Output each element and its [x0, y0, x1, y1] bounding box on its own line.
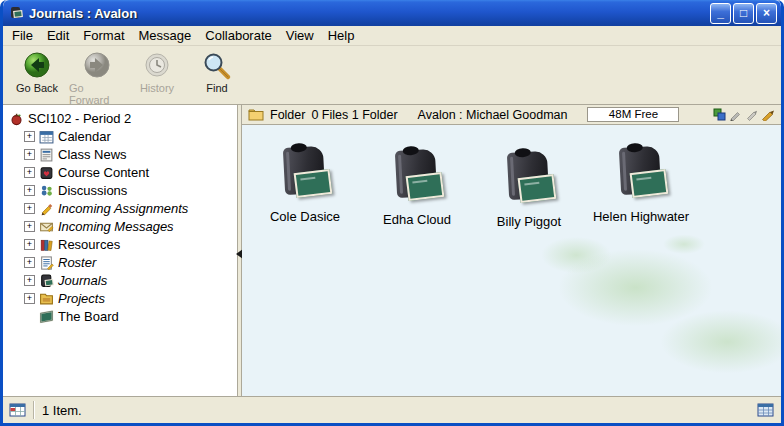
messages-icon: [39, 219, 54, 234]
history-button: History: [129, 49, 185, 94]
journal-item-cole-dasice[interactable]: Cole Dasice: [252, 145, 358, 224]
brush-gold-icon[interactable]: [761, 108, 775, 121]
expand-plus-icon[interactable]: +: [24, 131, 35, 142]
tree-item-label: Roster: [58, 255, 96, 270]
free-space-indicator: 48M Free: [587, 107, 679, 122]
status-bar: 1 Item.: [3, 396, 781, 423]
expand-plus-icon[interactable]: +: [24, 167, 35, 178]
tree-item-resources[interactable]: + Resources: [3, 235, 237, 253]
tree-item-journals[interactable]: + Journals: [3, 271, 237, 289]
expand-plus-icon[interactable]: +: [24, 257, 35, 268]
menu-edit[interactable]: Edit: [40, 26, 76, 45]
tree-item-label: Class News: [58, 147, 127, 162]
go-forward-button: Go Forward: [69, 49, 125, 106]
news-icon: [39, 147, 54, 162]
history-icon: [142, 51, 172, 81]
projects-icon: [39, 291, 54, 306]
journal-item-label: Cole Dasice: [270, 209, 340, 224]
expand-plus-icon[interactable]: +: [24, 185, 35, 196]
journal-item-billy-piggot[interactable]: Billy Piggot: [476, 150, 582, 229]
status-divider: [33, 401, 34, 419]
menu-message[interactable]: Message: [132, 26, 199, 45]
tree-item-label: Course Content: [58, 165, 149, 180]
class-tree: SCI102 - Period 2 + Calendar +: [3, 105, 237, 396]
expand-plus-icon[interactable]: +: [24, 239, 35, 250]
minimize-button[interactable]: _: [710, 3, 731, 24]
tree-item-course-content[interactable]: + Course Content: [3, 163, 237, 181]
tree-item-class-news[interactable]: + Class News: [3, 145, 237, 163]
tree-item-label: Journals: [58, 273, 107, 288]
find-button[interactable]: Find: [189, 49, 245, 94]
journal-item-helen-highwater[interactable]: Helen Highwater: [588, 145, 694, 224]
board-icon: [39, 309, 54, 324]
tree-item-calendar[interactable]: + Calendar: [3, 127, 237, 145]
journal-book-icon: [609, 145, 673, 203]
discussions-icon: [39, 183, 54, 198]
tree-item-projects[interactable]: + Projects: [3, 289, 237, 307]
folder-icon: [248, 108, 264, 121]
title-bar: Journals : Avalon _ □ ×: [3, 0, 781, 26]
mini-table-icon[interactable]: [9, 402, 27, 418]
layers-icon[interactable]: [713, 108, 726, 121]
course-content-icon: [39, 165, 54, 180]
grid-view-icon[interactable]: [757, 402, 775, 418]
go-forward-label: Go Forward: [69, 82, 125, 106]
tree-item-roster[interactable]: + Roster: [3, 253, 237, 271]
assignments-icon: [39, 201, 54, 216]
menu-view[interactable]: View: [279, 26, 321, 45]
expand-plus-icon[interactable]: +: [24, 149, 35, 160]
tree-item-discussions[interactable]: + Discussions: [3, 181, 237, 199]
menu-help[interactable]: Help: [321, 26, 362, 45]
close-button[interactable]: ×: [756, 3, 777, 24]
expand-plus-icon[interactable]: +: [24, 221, 35, 232]
tree-root-label: SCI102 - Period 2: [28, 111, 131, 126]
go-back-label: Go Back: [16, 82, 58, 94]
go-back-icon: [22, 51, 52, 81]
find-icon: [202, 51, 232, 81]
find-label: Find: [206, 82, 227, 94]
roster-icon: [39, 255, 54, 270]
history-label: History: [140, 82, 174, 94]
journal-item-edha-cloud[interactable]: Edha Cloud: [364, 148, 470, 227]
tree-item-label: Resources: [58, 237, 120, 252]
journal-book-icon: [385, 148, 449, 206]
journal-book-icon: [497, 150, 561, 208]
menu-bar: File Edit Format Message Collaborate Vie…: [3, 26, 781, 46]
tree-item-label: Calendar: [58, 129, 111, 144]
app-window: Journals : Avalon _ □ × File Edit Format…: [0, 0, 784, 426]
server-path-label: Avalon : Michael Goodman: [418, 108, 568, 122]
toolbar: Go Back Go Forward History: [3, 46, 781, 105]
maximize-button[interactable]: □: [733, 3, 754, 24]
app-icon: [8, 5, 24, 21]
pencil-gray-icon[interactable]: [729, 108, 742, 121]
journal-item-label: Helen Highwater: [593, 209, 689, 224]
tree-item-label: Projects: [58, 291, 105, 306]
tree-item-incoming-assignments[interactable]: + Incoming Assignments: [3, 199, 237, 217]
journal-book-icon: [273, 145, 337, 203]
tree-item-incoming-messages[interactable]: + Incoming Messages: [3, 217, 237, 235]
expand-plus-icon[interactable]: +: [24, 203, 35, 214]
item-count-label: 1 Item.: [42, 403, 757, 418]
expand-plus-icon[interactable]: +: [24, 275, 35, 286]
menu-collaborate[interactable]: Collaborate: [198, 26, 279, 45]
tree-item-the-board[interactable]: The Board: [3, 307, 237, 325]
window-title: Journals : Avalon: [29, 6, 708, 21]
menu-format[interactable]: Format: [76, 26, 131, 45]
tree-item-label: Incoming Assignments: [58, 201, 188, 216]
go-back-button[interactable]: Go Back: [9, 49, 65, 94]
tree-root-sci102[interactable]: SCI102 - Period 2: [3, 109, 237, 127]
journal-item-label: Edha Cloud: [383, 212, 451, 227]
folder-contents: Cole Dasice Edha Cloud Billy Piggot Hele…: [242, 125, 781, 396]
main-area: SCI102 - Period 2 + Calendar +: [3, 105, 781, 396]
folder-header-bar: Folder 0 Files 1 Folder Avalon : Michael…: [242, 105, 781, 125]
pen-gray-icon[interactable]: [745, 108, 758, 121]
tree-item-label: Incoming Messages: [58, 219, 174, 234]
go-forward-icon: [82, 51, 112, 81]
menu-file[interactable]: File: [5, 26, 40, 45]
file-count-label: 0 Files 1 Folder: [311, 108, 397, 122]
resources-icon: [39, 237, 54, 252]
folder-type-label: Folder: [270, 108, 305, 122]
class-icon: [9, 111, 24, 126]
folder-pane: Folder 0 Files 1 Folder Avalon : Michael…: [242, 105, 781, 396]
expand-plus-icon[interactable]: +: [24, 293, 35, 304]
